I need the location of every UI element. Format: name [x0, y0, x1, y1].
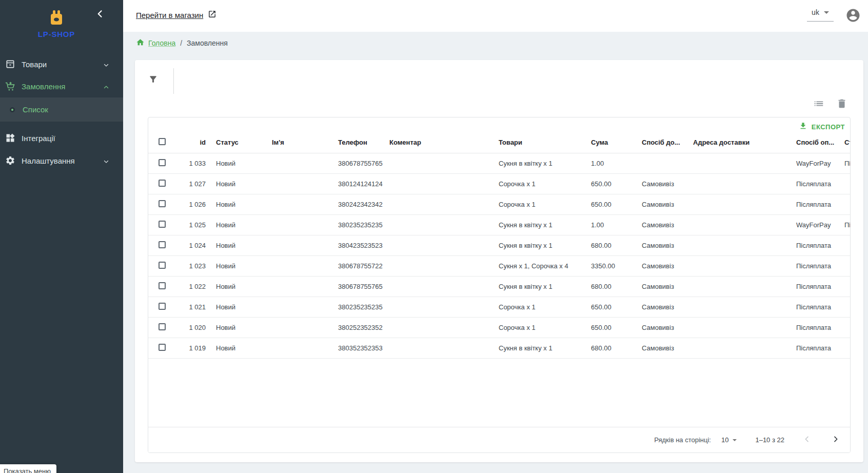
cell-delivery: Самовивіз — [642, 318, 691, 338]
cell-id: 1 023 — [171, 256, 206, 277]
table-row[interactable]: 1 023Новий380678755722Сукня x 1, Сорочка… — [148, 256, 850, 277]
table-row[interactable]: 1 033Новий380678755765Сукня в квітку x 1… — [148, 153, 850, 174]
breadcrumb-separator: / — [180, 39, 182, 47]
row-checkbox[interactable] — [159, 303, 166, 310]
rows-per-page-value: 10 — [721, 436, 728, 444]
delete-button[interactable] — [834, 97, 850, 112]
sidebar-item-integrations[interactable]: Інтеграції — [0, 127, 123, 149]
cell-id: 1 025 — [171, 215, 206, 235]
sidebar-item-label: Замовлення — [22, 82, 65, 91]
table-row[interactable]: 1 020Новий380252352352Сорочка x 1650.00С… — [148, 318, 850, 338]
header-cell-payment[interactable]: Спосіб оп... — [796, 132, 843, 153]
cell-status: Новий — [216, 194, 269, 215]
sidebar-item-settings[interactable]: Налаштування — [0, 150, 123, 171]
cell-payment: Післяплата — [796, 235, 843, 256]
view-list-icon — [813, 98, 824, 111]
cell-pay_status: Пі — [844, 153, 851, 174]
row-checkbox[interactable] — [159, 282, 166, 289]
cell-phone: 380235235235 — [338, 215, 387, 235]
row-checkbox[interactable] — [159, 344, 166, 351]
sidebar-item-label: Товари — [22, 60, 47, 69]
sidebar-item-orders[interactable]: Замовлення — [0, 75, 123, 97]
cell-phone: 380242342342 — [338, 194, 387, 215]
sidebar-item-products[interactable]: Товари — [0, 53, 123, 75]
cell-payment: Післяплата — [796, 174, 843, 194]
row-checkbox[interactable] — [159, 241, 166, 248]
cell-payment: Післяплата — [796, 277, 843, 297]
row-checkbox[interactable] — [159, 180, 166, 187]
rows-per-page-select[interactable]: 10 — [721, 436, 737, 444]
row-checkbox[interactable] — [159, 262, 166, 269]
account-menu-button[interactable] — [845, 8, 861, 23]
cell-phone: 380678755765 — [338, 153, 387, 174]
header-cell-sum[interactable]: Сума — [591, 132, 638, 153]
products-icon — [4, 58, 16, 70]
sidebar-item-orders-list[interactable]: Список — [0, 97, 123, 122]
cell-phone: 380678755765 — [338, 277, 387, 297]
language-select[interactable]: uk — [807, 8, 834, 22]
table-row[interactable]: 1 022Новий380678755765Сукня в квітку x 1… — [148, 277, 850, 297]
cell-status: Новий — [216, 277, 269, 297]
sidebar-item-label: Список — [23, 105, 48, 114]
cell-payment: WayForPay — [796, 153, 843, 174]
header-cell-products[interactable]: Товари — [499, 132, 589, 153]
cell-products: Сукня в квітку x 1 — [499, 215, 589, 235]
prev-page-button[interactable] — [801, 434, 813, 446]
chevron-down-icon — [103, 61, 109, 70]
sidebar-item-label: Інтеграції — [22, 134, 55, 143]
cell-sum: 680.00 — [591, 235, 638, 256]
column-settings-button[interactable] — [811, 97, 826, 112]
header-cell-name[interactable]: Ім'я — [272, 132, 336, 153]
header-checkbox[interactable] — [159, 138, 166, 145]
cell-status: Новий — [216, 174, 269, 194]
cell-sum: 650.00 — [591, 174, 638, 194]
cell-phone: 380678755722 — [338, 256, 387, 277]
home-icon — [136, 38, 145, 48]
header-cell-id[interactable]: id — [171, 132, 206, 153]
cell-sum: 1.00 — [591, 215, 638, 235]
header-cell-status[interactable]: Статус — [216, 132, 269, 153]
logo[interactable]: LP-SHOP — [0, 9, 113, 38]
breadcrumb-current: Замовлення — [187, 39, 228, 47]
row-checkbox[interactable] — [159, 323, 166, 330]
table-row[interactable]: 1 021Новий380235235235Сорочка x 1650.00С… — [148, 297, 850, 318]
header-cell-comment[interactable]: Коментар — [389, 132, 496, 153]
orders-table-card: ЕКСПОРТ idСтатусІм'яТелефонКоментарТовар… — [148, 117, 851, 453]
cell-phone: 380352352353 — [338, 338, 387, 359]
cell-id: 1 027 — [171, 174, 206, 194]
chevron-right-icon — [832, 435, 840, 445]
row-checkbox[interactable] — [159, 221, 166, 228]
table-row[interactable]: 1 024Новий380423523523Сукня в квітку x 1… — [148, 235, 850, 256]
table-row[interactable]: 1 019Новий380352352353Сукня в квітку x 1… — [148, 338, 850, 359]
table-row[interactable]: 1 026Новий380242342342Сорочка x 1650.00С… — [148, 194, 850, 215]
cell-delivery: Самовивіз — [642, 194, 691, 215]
cell-id: 1 020 — [171, 318, 206, 338]
breadcrumb-home-link[interactable]: Головна — [136, 38, 175, 48]
cell-products: Сукня в квітку x 1 — [499, 338, 589, 359]
cell-products: Сорочка x 1 — [499, 318, 589, 338]
dropdown-caret-icon — [824, 11, 829, 14]
table-row[interactable]: 1 027Новий380124124124Сорочка x 1650.00С… — [148, 174, 850, 194]
table-footer: Рядків на сторінці: 10 1–10 з 22 — [148, 427, 850, 452]
page-range: 1–10 з 22 — [755, 436, 784, 444]
export-button[interactable]: ЕКСПОРТ — [799, 121, 845, 133]
table-row[interactable]: 1 025Новий380235235235Сукня в квітку x 1… — [148, 215, 850, 235]
row-checkbox[interactable] — [159, 159, 166, 166]
cell-delivery: Самовивіз — [642, 338, 691, 359]
cell-id: 1 019 — [171, 338, 206, 359]
header-cell-pay_status[interactable]: Ст — [844, 132, 851, 153]
row-checkbox[interactable] — [159, 200, 166, 207]
header-cell-address[interactable]: Адреса доставки — [693, 132, 794, 153]
sidebar: LP-SHOP Товари Замовленн — [0, 0, 123, 473]
next-page-button[interactable] — [830, 434, 842, 446]
cell-sum: 680.00 — [591, 338, 638, 359]
header-cell-phone[interactable]: Телефон — [338, 132, 387, 153]
cell-delivery: Самовивіз — [642, 235, 691, 256]
header-cell-delivery[interactable]: Спосіб до... — [642, 132, 691, 153]
cell-status: Новий — [216, 256, 269, 277]
go-to-store-link[interactable]: Перейти в магазин — [136, 10, 216, 20]
cell-phone: 380423523523 — [338, 235, 387, 256]
filter-button[interactable] — [144, 71, 162, 89]
cell-phone: 380252352352 — [338, 318, 387, 338]
cell-delivery: Самовивіз — [642, 174, 691, 194]
